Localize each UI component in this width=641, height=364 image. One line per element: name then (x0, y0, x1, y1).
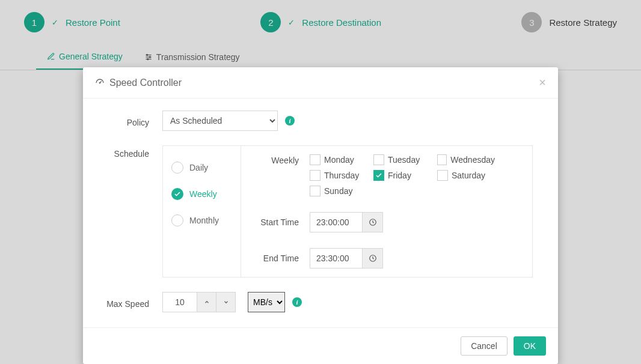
period-daily[interactable]: Daily (163, 154, 241, 181)
checkbox-unchecked-icon (373, 154, 384, 165)
day-label: Tuesday (388, 155, 420, 165)
max-speed-spinner (162, 292, 236, 312)
chevron-up-icon (204, 299, 210, 305)
day-sunday[interactable]: Sunday (310, 186, 367, 196)
max-speed-row: Max Speed MB/s i (99, 292, 542, 312)
weekly-days-row: Weekly Monday Tuesday (252, 154, 521, 196)
checkbox-unchecked-icon (310, 154, 320, 165)
day-label: Sunday (324, 186, 352, 196)
start-time-label: Start Time (252, 217, 310, 227)
schedule-details: Weekly Monday Tuesday (241, 146, 532, 277)
schedule-label: Schedule (99, 145, 162, 159)
days-grid: Monday Tuesday Wednesday (310, 154, 502, 196)
spinner-down-button[interactable] (216, 292, 236, 312)
checkbox-unchecked-icon (437, 170, 448, 181)
info-icon[interactable]: i (292, 297, 302, 307)
svg-point-11 (99, 82, 100, 83)
end-time-picker-button[interactable] (363, 248, 383, 268)
clock-icon (369, 254, 377, 262)
checkbox-checked-icon (373, 170, 384, 181)
radio-unchecked-icon (171, 214, 183, 226)
day-label: Wednesday (450, 155, 495, 165)
modal-body: Policy As Scheduled i Schedule (83, 99, 558, 327)
close-icon[interactable]: × (539, 76, 546, 89)
end-time-input[interactable] (310, 248, 363, 268)
start-time-row: Start Time (252, 212, 521, 232)
period-list: Daily Weekly Monthly (163, 146, 241, 277)
policy-label: Policy (99, 114, 162, 127)
speed-unit-select[interactable]: MB/s (248, 292, 285, 312)
ok-button[interactable]: OK (514, 336, 546, 356)
modal-title-text: Speed Controller (109, 77, 182, 88)
info-icon[interactable]: i (285, 116, 295, 126)
weekly-label: Weekly (252, 154, 310, 165)
start-time-picker-button[interactable] (363, 212, 383, 232)
modal-title: Speed Controller (95, 77, 182, 88)
start-time-input[interactable] (310, 212, 363, 232)
period-label: Weekly (189, 189, 217, 199)
day-label: Thursday (324, 171, 359, 180)
gauge-icon (95, 78, 105, 88)
radio-unchecked-icon (171, 162, 183, 174)
day-monday[interactable]: Monday (310, 154, 367, 165)
modal-header: Speed Controller × (83, 67, 558, 99)
day-label: Monday (324, 155, 354, 165)
checkbox-unchecked-icon (310, 170, 320, 181)
speed-controller-modal: Speed Controller × Policy As Scheduled i… (83, 67, 558, 364)
chevron-down-icon (223, 299, 229, 305)
period-weekly[interactable]: Weekly (163, 181, 241, 207)
modal-overlay: Speed Controller × Policy As Scheduled i… (0, 0, 641, 364)
day-friday[interactable]: Friday (373, 170, 431, 181)
radio-checked-icon (171, 188, 183, 200)
schedule-panel: Daily Weekly Monthly (162, 145, 533, 278)
clock-icon (369, 218, 377, 226)
day-wednesday[interactable]: Wednesday (437, 154, 495, 165)
max-speed-label: Max Speed (99, 296, 162, 309)
end-time-label: End Time (252, 253, 310, 263)
period-label: Daily (189, 163, 208, 172)
period-label: Monthly (189, 216, 219, 225)
policy-row: Policy As Scheduled i (99, 111, 542, 131)
max-speed-input[interactable] (162, 292, 197, 312)
spinner-up-button[interactable] (197, 292, 216, 312)
checkbox-unchecked-icon (437, 154, 447, 165)
policy-select[interactable]: As Scheduled (162, 111, 278, 131)
day-tuesday[interactable]: Tuesday (373, 154, 431, 165)
day-label: Saturday (452, 171, 485, 180)
day-label: Friday (388, 171, 411, 180)
day-saturday[interactable]: Saturday (437, 170, 495, 181)
day-thursday[interactable]: Thursday (310, 170, 367, 181)
period-monthly[interactable]: Monthly (163, 207, 241, 234)
end-time-row: End Time (252, 248, 521, 268)
cancel-button[interactable]: Cancel (461, 336, 508, 356)
schedule-row: Schedule Daily Weekly (99, 145, 542, 278)
checkbox-unchecked-icon (310, 186, 320, 196)
modal-footer: Cancel OK (83, 327, 558, 364)
